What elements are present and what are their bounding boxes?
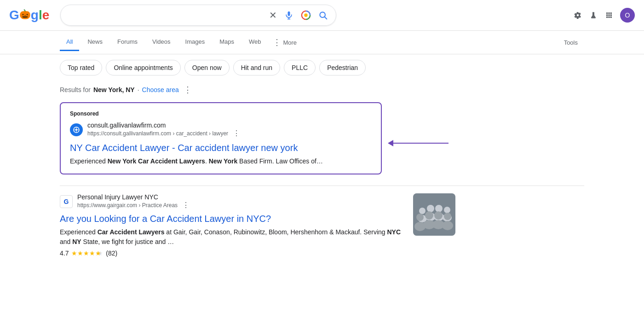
tab-forums[interactable]: Forums	[111, 34, 144, 51]
logo-letter-g: G	[9, 8, 19, 23]
header: G🎃gle car accident lawyer nyc ✕	[0, 0, 644, 31]
pill-pllc[interactable]: PLLC	[284, 60, 316, 75]
svg-point-4	[305, 13, 308, 17]
tab-maps[interactable]: Maps	[213, 34, 241, 51]
arrow-head	[388, 140, 393, 146]
ad-options-button[interactable]: ⋮	[231, 129, 242, 138]
search-icons: ✕	[268, 9, 328, 22]
svg-point-24	[427, 205, 434, 212]
svg-rect-16	[610, 17, 612, 18]
location-options-button[interactable]: ⋮	[182, 85, 194, 95]
pill-hit-and-run[interactable]: Hit and run	[233, 60, 280, 75]
org-desc-bold2: NYC	[387, 228, 401, 236]
site-info: consult.gallivanlawfirm.com https://cons…	[87, 122, 372, 138]
header-right: O	[573, 8, 635, 23]
divider	[60, 186, 584, 186]
review-count: (82)	[106, 250, 117, 257]
nav-tabs: All News Forums Videos Images Maps Web ⋮…	[0, 31, 644, 54]
search-submit-button[interactable]	[317, 10, 328, 21]
org-description: Experienced Car Accident Lawyers at Gair…	[60, 227, 406, 247]
arrow-line	[393, 143, 448, 144]
org-site-name: Personal Injury Lawyer NYC	[77, 193, 191, 201]
rating-stars: ★★★★ ★ ★	[71, 250, 103, 257]
tab-news[interactable]: News	[81, 34, 109, 51]
org-url-text: https://www.gairgair.com › Practice Area…	[77, 202, 178, 209]
tab-web[interactable]: Web	[242, 34, 268, 51]
org-desc-4: State, we fight for justice and …	[81, 238, 174, 245]
ad-description: Experienced New York Car Accident Lawyer…	[70, 157, 372, 166]
svg-point-32	[425, 211, 433, 220]
site-url: https://consult.gallivanlawfirm.com › ca…	[87, 129, 372, 138]
ad-site-row: consult.gallivanlawfirm.com https://cons…	[70, 122, 372, 138]
org-site-url: https://www.gairgair.com › Practice Area…	[77, 201, 191, 210]
org-rating: 4.7 ★★★★ ★ ★ (82)	[60, 250, 406, 257]
search-input[interactable]: car accident lawyer nyc	[68, 11, 264, 19]
svg-point-22	[419, 208, 426, 214]
org-thumbnail	[413, 193, 455, 236]
results-for-label: Results for	[60, 86, 91, 93]
apps-button[interactable]	[604, 11, 614, 20]
sponsored-label: Sponsored	[70, 110, 372, 117]
logo-letter-l: l	[39, 8, 42, 23]
organic-result-0: G Personal Injury Lawyer NYC https://www…	[60, 193, 455, 257]
org-options-button[interactable]: ⋮	[180, 201, 191, 210]
org-favicon: G	[60, 195, 73, 208]
svg-rect-13	[610, 14, 612, 16]
org-desc-bold3: NY	[72, 238, 81, 245]
results-area: Results for New York, NY · Choose area ⋮…	[0, 81, 644, 266]
ad-desc-mid: .	[205, 157, 209, 165]
tab-videos[interactable]: Videos	[146, 34, 177, 51]
site-url-text: https://consult.gallivanlawfirm.com › ca…	[87, 130, 228, 137]
org-title[interactable]: Are you Looking for a Car Accident Lawye…	[60, 213, 406, 225]
org-site-info: Personal Injury Lawyer NYC https://www.g…	[77, 193, 191, 210]
svg-rect-11	[606, 14, 608, 16]
svg-point-28	[444, 207, 450, 213]
sponsored-result-wrapper: Sponsored consult.gallivanlawfirm.com ht…	[60, 102, 382, 184]
org-desc-2: at Gair, Gair, Conason, Rubinowitz, Bloo…	[164, 228, 387, 236]
user-avatar[interactable]: O	[620, 8, 635, 23]
ad-desc-prefix: Experienced	[70, 157, 108, 165]
clear-button[interactable]: ✕	[268, 9, 278, 22]
tab-all[interactable]: All	[60, 34, 79, 51]
logo-letter-g2: g	[31, 8, 39, 23]
svg-point-34	[434, 211, 443, 220]
svg-rect-15	[608, 17, 610, 18]
lens-button[interactable]	[300, 9, 312, 21]
mic-button[interactable]	[283, 10, 294, 21]
pill-online-appointments[interactable]: Online appointments	[106, 60, 180, 75]
tab-images[interactable]: Images	[179, 34, 212, 51]
logo-emoji: 🎃	[19, 9, 31, 20]
search-bar: car accident lawyer nyc ✕	[60, 5, 336, 26]
svg-rect-12	[608, 14, 610, 16]
organic-content: G Personal Injury Lawyer NYC https://www…	[60, 193, 406, 257]
google-logo[interactable]: G🎃gle	[9, 8, 49, 23]
svg-point-26	[435, 205, 443, 212]
org-desc-1: Experienced	[60, 228, 98, 236]
svg-rect-14	[606, 17, 608, 18]
more-tabs-button[interactable]: ⋮ More	[269, 33, 300, 52]
pill-top-rated[interactable]: Top rated	[60, 60, 102, 75]
ad-desc-bold2: New York	[209, 157, 238, 165]
location-bar: Results for New York, NY · Choose area ⋮	[60, 85, 584, 95]
svg-rect-8	[606, 12, 608, 14]
svg-rect-0	[288, 12, 290, 16]
tools-button[interactable]: Tools	[558, 35, 584, 51]
org-site-row: G Personal Injury Lawyer NYC https://www…	[60, 193, 406, 210]
rating-value: 4.7	[60, 250, 69, 257]
choose-area-link[interactable]: Choose area	[142, 86, 179, 93]
logo-letter-e: e	[42, 8, 50, 23]
pill-pedestrian[interactable]: Pedestrian	[319, 60, 366, 75]
pill-open-now[interactable]: Open now	[184, 60, 230, 75]
svg-line-6	[325, 17, 327, 19]
separator: ·	[138, 86, 139, 93]
labs-button[interactable]	[589, 11, 598, 20]
dots-icon: ⋮	[273, 37, 282, 47]
svg-rect-9	[608, 12, 610, 14]
sponsored-result: Sponsored consult.gallivanlawfirm.com ht…	[60, 102, 382, 174]
org-desc-3: and	[60, 238, 72, 245]
settings-button[interactable]	[573, 11, 582, 20]
ad-title[interactable]: NY Car Accident Lawyer - Car accident la…	[70, 142, 372, 154]
arrow-annotation	[388, 140, 448, 146]
svg-rect-10	[610, 12, 612, 14]
svg-point-37	[442, 221, 453, 230]
